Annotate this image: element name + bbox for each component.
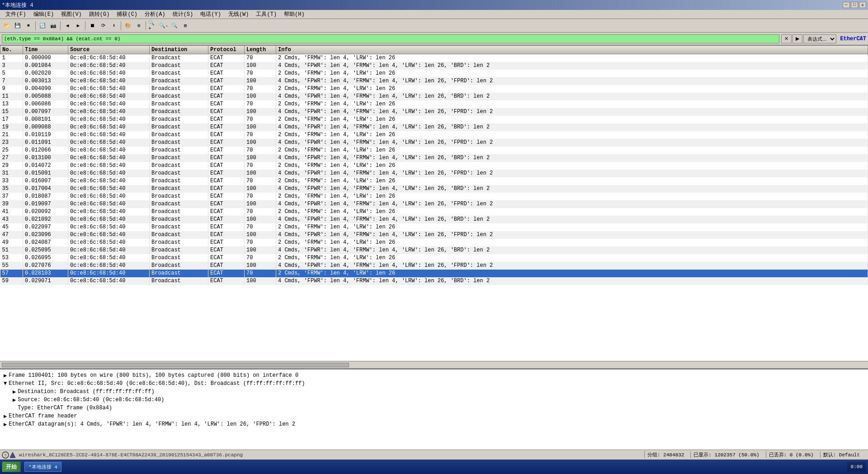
title-bar: *本地连接 4 ─ □ ✕ (0, 0, 868, 10)
cell-proto: ECAT (208, 62, 245, 70)
filter-input-container (2, 34, 779, 43)
packet-list-wrapper[interactable]: No. Time Source Destination Protocol Len… (0, 45, 868, 361)
toolbar-colorize-btn[interactable]: 🎨 (123, 21, 133, 31)
table-row[interactable]: 3 0.001084 0c:e8:6c:68:5d:40 Broadcast E… (0, 62, 868, 70)
toolbar: 📂 💾 ✖ 🔃 📷 ◀ ▶ ⏹ ⟳ ⬇ 🎨 ⚙ 🔍+ 🔍- 🔍 ⊞ (0, 19, 868, 33)
taskbar-app-item[interactable]: *本地连接 4 (24, 462, 61, 472)
toolbar-autoscroll-btn[interactable]: ⬇ (109, 21, 119, 31)
menu-goto[interactable]: 跳转(G) (85, 9, 113, 19)
filter-clear-button[interactable]: ✕ (781, 34, 792, 43)
detail-line[interactable]: ▼ Ethernet II, Src: 0c:e8:6c:68:5d:40 (0… (2, 379, 866, 388)
table-row[interactable]: 7 0.003013 0c:e8:6c:68:5d:40 Broadcast E… (0, 77, 868, 85)
toolbar-forward-btn[interactable]: ▶ (73, 21, 83, 31)
close-button[interactable]: ✕ (859, 2, 866, 8)
table-row[interactable]: 49 0.024087 0c:e8:6c:68:5d:40 Broadcast … (0, 239, 868, 246)
menu-analyze[interactable]: 分析(A) (141, 9, 169, 19)
toolbar-close-btn[interactable]: ✖ (24, 21, 33, 31)
cell-len: 100 (245, 123, 276, 131)
table-row[interactable]: 45 0.022097 0c:e8:6c:68:5d:40 Broadcast … (0, 223, 868, 231)
status-packets-dropped: 已丢弃: 0 (0.0%) (766, 451, 816, 458)
cell-source: 0c:e8:6c:68:5d:40 (68, 108, 150, 116)
toolbar-restart-btn[interactable]: ⟳ (98, 21, 108, 31)
table-row[interactable]: 39 0.019097 0c:e8:6c:68:5d:40 Broadcast … (0, 200, 868, 208)
svg-marker-2 (10, 452, 15, 458)
table-row[interactable]: 41 0.020092 0c:e8:6c:68:5d:40 Broadcast … (0, 208, 868, 216)
table-row[interactable]: 23 0.011091 0c:e8:6c:68:5d:40 Broadcast … (0, 139, 868, 147)
col-header-source[interactable]: Source (68, 46, 150, 54)
table-row[interactable]: 31 0.015091 0c:e8:6c:68:5d:40 Broadcast … (0, 170, 868, 177)
table-row[interactable]: 59 0.029071 0c:e8:6c:68:5d:40 Broadcast … (0, 277, 868, 285)
cell-no: 51 (0, 246, 23, 254)
cell-proto: ECAT (208, 254, 245, 262)
menu-wireless[interactable]: 无线(W) (225, 9, 253, 19)
col-header-no[interactable]: No. (0, 46, 23, 54)
menu-capture[interactable]: 捕获(C) (113, 9, 141, 19)
packet-table-header: No. Time Source Destination Protocol Len… (0, 46, 868, 54)
cell-source: 0c:e8:6c:68:5d:40 (68, 246, 150, 254)
table-row[interactable]: 9 0.004090 0c:e8:6c:68:5d:40 Broadcast E… (0, 85, 868, 93)
menu-tools[interactable]: 工具(T) (252, 9, 280, 19)
toolbar-zoomout-btn[interactable]: 🔍- (159, 21, 169, 31)
table-row[interactable]: 53 0.026095 0c:e8:6c:68:5d:40 Broadcast … (0, 254, 868, 262)
table-row[interactable]: 51 0.025095 0c:e8:6c:68:5d:40 Broadcast … (0, 246, 868, 254)
table-row[interactable]: 1 0.000000 0c:e8:6c:68:5d:40 Broadcast E… (0, 54, 868, 62)
toolbar-zoom-resize-btn[interactable]: ⊞ (180, 21, 190, 31)
toolbar-zoomin-btn[interactable]: 🔍+ (148, 21, 158, 31)
table-row[interactable]: 21 0.010119 0c:e8:6c:68:5d:40 Broadcast … (0, 131, 868, 139)
menu-view[interactable]: 视图(V) (57, 9, 85, 19)
toolbar-open-btn[interactable]: 📂 (2, 21, 12, 31)
col-header-destination[interactable]: Destination (150, 46, 208, 54)
toolbar-zoomreset-btn[interactable]: 🔍 (170, 21, 179, 31)
table-row[interactable]: 43 0.021092 0c:e8:6c:68:5d:40 Broadcast … (0, 216, 868, 223)
cell-len: 100 (245, 170, 276, 177)
taskbar-tray: 0:00 (847, 462, 866, 472)
toolbar-capture-btn[interactable]: 📷 (48, 21, 58, 31)
table-row[interactable]: 57 0.028103 0c:e8:6c:68:5d:40 Broadcast … (0, 270, 868, 277)
table-row[interactable]: 33 0.016007 0c:e8:6c:68:5d:40 Broadcast … (0, 177, 868, 185)
col-header-info[interactable]: Info (276, 46, 868, 54)
toolbar-prefs-btn[interactable]: ⚙ (134, 21, 144, 31)
detail-line[interactable]: ▶ Source: 0c:e8:6c:68:5d:40 (0c:e8:6c:68… (2, 396, 866, 404)
maximize-button[interactable]: □ (851, 2, 858, 8)
detail-line[interactable]: ▶ Destination: Broadcast (ff:ff:ff:ff:ff… (2, 388, 866, 396)
toolbar-save-btn[interactable]: 💾 (13, 21, 23, 31)
table-row[interactable]: 55 0.027076 0c:e8:6c:68:5d:40 Broadcast … (0, 262, 868, 270)
table-row[interactable]: 13 0.006086 0c:e8:6c:68:5d:40 Broadcast … (0, 100, 868, 108)
toolbar-back-btn[interactable]: ◀ (62, 21, 72, 31)
detail-line[interactable]: ▶ EtherCAT datagram(s): 4 Cmds, 'FPWR': … (2, 420, 866, 428)
table-row[interactable]: 35 0.017004 0c:e8:6c:68:5d:40 Broadcast … (0, 185, 868, 193)
table-row[interactable]: 37 0.018087 0c:e8:6c:68:5d:40 Broadcast … (0, 193, 868, 200)
table-row[interactable]: 27 0.013100 0c:e8:6c:68:5d:40 Broadcast … (0, 154, 868, 162)
toolbar-stop-btn[interactable]: ⏹ (87, 21, 97, 31)
filter-apply-button[interactable]: ▶ (793, 34, 802, 43)
table-row[interactable]: 17 0.008101 0c:e8:6c:68:5d:40 Broadcast … (0, 116, 868, 123)
col-header-time[interactable]: Time (23, 46, 68, 54)
table-row[interactable]: 11 0.005088 0c:e8:6c:68:5d:40 Broadcast … (0, 93, 868, 100)
menu-file[interactable]: 文件(F) (2, 9, 30, 19)
detail-line[interactable]: ▶ Frame 1100401: 100 bytes on wire (800 … (2, 371, 866, 379)
detail-line[interactable]: ▶ EtherCAT frame header (2, 412, 866, 420)
table-row[interactable]: 5 0.002020 0c:e8:6c:68:5d:40 Broadcast E… (0, 70, 868, 77)
cell-source: 0c:e8:6c:68:5d:40 (68, 270, 150, 277)
col-header-length[interactable]: Length (245, 46, 276, 54)
cell-no: 19 (0, 123, 23, 131)
menu-telephony[interactable]: 电话(Y) (197, 9, 225, 19)
table-row[interactable]: 25 0.012066 0c:e8:6c:68:5d:40 Broadcast … (0, 147, 868, 154)
menu-edit[interactable]: 编辑(E) (30, 9, 58, 19)
horizontal-scrollbar[interactable] (0, 361, 868, 368)
cell-no: 41 (0, 208, 23, 216)
filter-input[interactable] (2, 34, 779, 43)
menu-help[interactable]: 帮助(H) (280, 9, 308, 19)
detail-line[interactable]: Type: EtherCAT frame (0x88a4) (2, 404, 866, 412)
start-button[interactable]: 开始 (2, 461, 21, 472)
cell-proto: ECAT (208, 54, 245, 62)
table-row[interactable]: 19 0.009088 0c:e8:6c:68:5d:40 Broadcast … (0, 123, 868, 131)
filter-dropdown[interactable]: 表达式... (803, 34, 836, 43)
menu-stats[interactable]: 统计(S) (169, 9, 197, 19)
minimize-button[interactable]: ─ (843, 2, 850, 8)
toolbar-reload-btn[interactable]: 🔃 (38, 21, 47, 31)
col-header-protocol[interactable]: Protocol (208, 46, 245, 54)
table-row[interactable]: 47 0.023096 0c:e8:6c:68:5d:40 Broadcast … (0, 231, 868, 239)
table-row[interactable]: 15 0.007097 0c:e8:6c:68:5d:40 Broadcast … (0, 108, 868, 116)
table-row[interactable]: 29 0.014072 0c:e8:6c:68:5d:40 Broadcast … (0, 162, 868, 170)
